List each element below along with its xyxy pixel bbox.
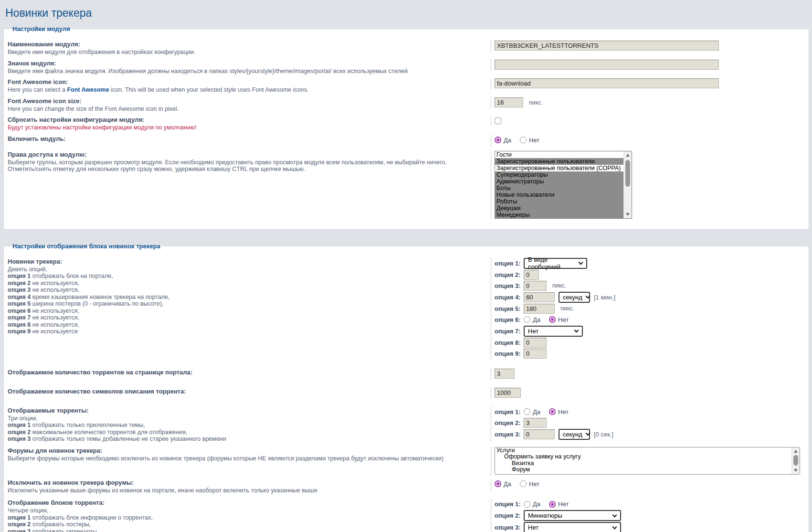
news-option6-no-radio[interactable] [549,316,556,323]
groups-scrollbar[interactable] [623,151,632,218]
module-access-explain-2: Отметить/снять отметку для нескольких гр… [8,166,487,173]
forum-option[interactable]: Визитка [495,460,800,467]
blocks-option3-select[interactable]: Нет [524,522,621,532]
chevron-down-icon [612,512,617,517]
description-chars-input[interactable] [495,388,521,398]
shown-option2-input[interactable] [524,418,547,428]
group-option[interactable]: Администраторы [495,178,632,185]
exclude-no-radio[interactable] [520,480,527,487]
forums-scrollbar[interactable] [791,447,800,474]
group-option[interactable]: Зарегистрированные пользователи (COPPA) [495,165,632,171]
scroll-down-icon[interactable] [626,213,630,216]
enable-yes-radio[interactable] [495,137,501,143]
news-option8-input[interactable] [524,338,547,348]
news-forums-label: Форумы для новинок трекера: [8,447,487,454]
news-option6-yes-radio[interactable] [524,316,530,323]
shown-option1-yes-radio[interactable] [524,408,530,415]
module-settings-legend: Настройки модуля [11,25,72,32]
forum-option[interactable]: Услуги [495,447,800,454]
module-name-label: Наименование модуля: [8,41,487,48]
description-chars-control [491,387,804,399]
reset-config-label: Сбросить настройки конфигурации модуля: [8,116,487,123]
exclude-forums-explain: Исключить указанные выше форумы из новин… [8,487,487,494]
blocks-option1-no-radio[interactable] [549,501,556,508]
fa-icon-label: Font Awesome icon: [8,78,487,85]
torrent-count-input[interactable] [495,369,515,379]
news-forums-control: Услуги Оформить заявку на услугу Визитка… [491,447,804,476]
enable-yes-label[interactable]: Да [504,137,511,144]
news-option4-input[interactable] [524,292,555,302]
module-name-input[interactable] [495,41,719,51]
reset-config-checkbox[interactable] [495,117,501,124]
fa-icon-input[interactable] [495,78,719,88]
module-settings-panel: Настройки модуля Наименование модуля: Вв… [3,25,809,230]
scroll-up-icon[interactable] [794,450,798,453]
news-option4-unit-select[interactable]: секунд [559,292,590,303]
font-awesome-link[interactable]: Font Awesome [67,86,109,93]
groups-multiselect[interactable]: Гости Зарегистрированные пользователи За… [495,151,632,219]
chevron-down-icon [574,328,579,333]
group-option[interactable]: Гости [495,151,632,158]
shown-option1-no-radio[interactable] [549,408,556,415]
fa-icon-size-input[interactable] [495,97,523,107]
module-icon-explain: Введите имя файла значка модуля. Изображ… [8,68,487,75]
news-option1-select[interactable]: В виде сообщений [524,258,587,269]
forum-option[interactable]: Оформить заявку на услугу [495,454,800,460]
blocks-option1-yes-radio[interactable] [524,501,530,508]
display-settings-legend: Настройки отображения блока новинок трек… [11,243,162,250]
reset-config-control [491,116,804,126]
forum-option[interactable]: Форум [495,467,800,473]
chevron-down-icon [579,260,583,265]
group-option[interactable]: Роботы [495,198,632,205]
forums-multiselect[interactable]: Услуги Оформить заявку на услугу Визитка… [495,447,800,475]
scroll-down-icon[interactable] [794,469,798,472]
scroll-up-icon[interactable] [626,154,630,157]
chevron-down-icon [612,524,617,529]
exclude-forums-label: Исключить из новинок трекера форумы: [8,479,487,486]
field-fa-icon: Font Awesome icon: Here you can select a… [8,78,804,94]
group-option[interactable]: Супермодераторы [495,171,632,178]
torrent-blocks-label: Отображение блоков торрента: [8,499,487,506]
exclude-forums-control: Да Нет [491,479,804,491]
news-forums-explain: Выберите форумы которые необходимо исклю… [8,455,487,462]
group-option[interactable]: Боты [495,185,632,192]
fa-icon-size-explain: Here you can change the size of the Font… [8,106,487,113]
module-access-label: Права доступа к модулю: [8,151,487,158]
description-chars-label: Отображаемое количество символов описани… [8,388,487,395]
news-option2-input[interactable] [524,270,539,280]
tracker-news-label: Новинки трекера: [8,258,487,265]
group-option[interactable]: Девушки [495,205,632,212]
module-icon-input[interactable] [495,60,719,70]
group-option[interactable]: Зарегистрированные пользователи [495,158,632,165]
fa-icon-size-label: Font Awesome icon size: [8,97,487,105]
page-title: Новинки трекера [5,7,812,20]
shown-torrents-label: Отображаемые торренты: [8,407,487,414]
shown-option3-input[interactable] [524,429,555,439]
enable-no-label[interactable]: Нет [529,137,539,144]
chevron-down-icon [585,294,590,299]
field-module-icon: Значок модуля: Введите имя файла значка … [8,59,804,75]
group-option[interactable]: Менеджеры [495,212,632,218]
fa-icon-control [491,78,804,89]
enable-module-label: Включить модуль: [8,135,487,142]
torrent-blocks-control: опция 1: Да Нет опция 2: Миниатюры опция… [491,499,804,532]
blocks-option2-select[interactable]: Миниатюры [524,510,621,521]
scrollbar-thumb[interactable] [625,160,630,187]
news-option5-input[interactable] [524,304,555,314]
chevron-down-icon [585,431,590,436]
enable-no-radio[interactable] [520,137,527,143]
news-option3-input[interactable] [524,281,547,291]
field-module-name: Наименование модуля: Введите имя модуля … [8,40,804,56]
news-option9-input[interactable] [524,349,547,359]
scrollbar-thumb[interactable] [793,455,798,466]
shown-option3-unit-select[interactable]: секунд [559,429,590,440]
field-tracker-news: Новинки трекера: Девять опций, опция 1 о… [8,257,804,361]
fa-icon-size-unit: пикс. [529,99,543,106]
field-torrent-count: Отображаемое количество торрентов на стр… [8,368,804,380]
torrent-count-label: Отображаемое количество торрентов на стр… [8,369,487,376]
display-settings-panel: Настройки отображения блока новинок трек… [3,243,809,532]
news-option7-select[interactable]: Нет [524,326,583,337]
exclude-yes-radio[interactable] [495,480,501,487]
group-option[interactable]: Новые пользователи [495,192,632,198]
field-reset-config: Сбросить настройки конфигурации модуля: … [8,116,804,131]
